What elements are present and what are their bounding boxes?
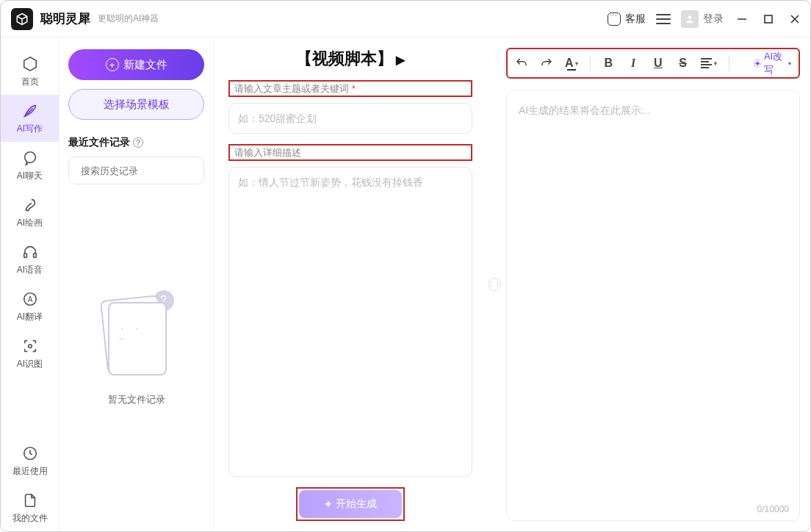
- recent-files-header: 最近文件记录 ?: [68, 136, 204, 149]
- sidebar-item-vision[interactable]: AI识图: [1, 330, 59, 377]
- sidebar-item-label: AI聊天: [17, 170, 43, 182]
- chat-bubble-icon: [608, 12, 621, 26]
- char-counter: 0/10000: [757, 504, 789, 514]
- empty-state: ? ・ ・︶ 暂无文件记录: [68, 184, 204, 520]
- customer-service-label: 客服: [625, 12, 646, 26]
- titlebar: 聪明灵犀 更聪明的AI神器 客服 登录: [1, 1, 810, 37]
- sidebar-item-recent[interactable]: 最近使用: [1, 437, 59, 484]
- page-title: 【视频脚本】: [296, 49, 393, 68]
- clock-icon: [21, 445, 39, 462]
- new-file-label: 新建文件: [123, 58, 167, 72]
- sidebar-item-label: 我的文件: [12, 512, 48, 525]
- sidebar-item-label: AI写作: [17, 123, 43, 135]
- empty-illustration: ? ・ ・︶: [104, 298, 170, 378]
- maximize-button[interactable]: [763, 14, 774, 24]
- customer-service-button[interactable]: 客服: [608, 12, 646, 26]
- sidebar-item-label: AI识图: [17, 358, 43, 370]
- italic-button[interactable]: I: [627, 55, 640, 71]
- toolbar-divider: [590, 55, 591, 71]
- menu-button[interactable]: [656, 11, 671, 27]
- feather-icon: [21, 102, 39, 120]
- sidebar-item-label: AI绘画: [17, 217, 43, 229]
- topic-label: 请输入文章主题或者关键词: [234, 83, 349, 94]
- main-panel: 【视频脚本】▶ 请输入文章主题或者关键词 * 请输入详细描述 ✦ 开始生成: [214, 37, 487, 531]
- left-panel: + 新建文件 选择场景模板 最近文件记录 ? ? ・ ・︶ 暂无文件记录: [60, 37, 214, 531]
- app-logo: [11, 8, 33, 30]
- svg-rect-4: [765, 15, 772, 23]
- brush-icon: [21, 196, 39, 214]
- sidebar-item-label: 首页: [21, 76, 39, 88]
- plus-circle-icon: +: [106, 58, 119, 71]
- sidebar-item-draw[interactable]: AI绘画: [1, 189, 59, 236]
- login-button[interactable]: 登录: [681, 10, 724, 28]
- svg-rect-10: [24, 253, 26, 257]
- recent-files-label: 最近文件记录: [68, 136, 130, 149]
- svg-rect-11: [33, 253, 36, 257]
- headphones-icon: [21, 243, 39, 261]
- editor-toolbar: A▾ B I U S ▾ ✦ AI改写 ▾: [506, 48, 800, 79]
- right-panel: A▾ B I U S ▾ ✦ AI改写 ▾ AI生成的结果将会在此展示... 0…: [502, 37, 810, 531]
- help-icon[interactable]: ?: [133, 137, 143, 148]
- choose-template-button[interactable]: 选择场景模板: [68, 89, 204, 120]
- translate-icon: A: [21, 290, 39, 308]
- sidebar-item-translate[interactable]: A AI翻译: [1, 283, 59, 330]
- choose-template-label: 选择场景模板: [104, 98, 170, 112]
- svg-point-2: [688, 15, 692, 19]
- result-area[interactable]: AI生成的结果将会在此展示... 0/10000: [506, 90, 800, 521]
- topic-input[interactable]: [228, 103, 472, 134]
- minimize-button[interactable]: [737, 14, 747, 24]
- bold-button[interactable]: B: [602, 55, 616, 71]
- avatar-icon: [681, 10, 699, 28]
- svg-text:A: A: [27, 295, 32, 303]
- toolbar-divider: [729, 55, 729, 71]
- hexagon-icon: [21, 55, 39, 73]
- file-icon: [21, 492, 39, 509]
- highlight-generate: ✦ 开始生成: [296, 487, 405, 521]
- strikethrough-button[interactable]: S: [677, 55, 690, 71]
- app-subtitle: 更聪明的AI神器: [98, 12, 159, 25]
- drag-dots-icon: ⋮⋮: [488, 278, 501, 291]
- generate-label: 开始生成: [336, 497, 377, 511]
- chat-icon: [21, 149, 39, 167]
- play-icon[interactable]: ▶: [396, 54, 405, 66]
- highlight-label2: 请输入详细描述: [228, 144, 472, 161]
- sidebar-item-label: AI翻译: [17, 311, 43, 323]
- empty-text: 暂无文件记录: [108, 393, 165, 406]
- page-title-row: 【视频脚本】▶: [228, 48, 472, 70]
- sparkle-icon: ✦: [324, 498, 333, 510]
- close-button[interactable]: [790, 14, 800, 24]
- window-controls: [737, 14, 800, 24]
- sidebar-item-writing[interactable]: AI写作: [1, 95, 59, 142]
- result-placeholder: AI生成的结果将会在此展示...: [519, 104, 650, 116]
- scan-icon: [21, 337, 39, 355]
- panel-resize-handle[interactable]: ⋮⋮: [487, 37, 502, 531]
- redo-button[interactable]: [540, 55, 553, 71]
- svg-point-9: [24, 151, 35, 162]
- highlight-label1: 请输入文章主题或者关键词 *: [228, 80, 472, 97]
- sidebar-item-label: 最近使用: [12, 465, 48, 478]
- sidebar-item-myfiles[interactable]: 我的文件: [1, 484, 59, 531]
- detail-label: 请输入详细描述: [234, 147, 301, 158]
- text-color-button[interactable]: A▾: [565, 55, 578, 71]
- sidebar-item-home[interactable]: 首页: [1, 48, 59, 95]
- app-title: 聪明灵犀: [40, 10, 90, 27]
- search-history-box[interactable]: [68, 157, 204, 184]
- login-label: 登录: [703, 12, 724, 26]
- ai-rewrite-button[interactable]: ✦ AI改写 ▾: [753, 50, 791, 76]
- sidebar-item-label: AI语音: [17, 264, 43, 276]
- svg-point-14: [28, 344, 32, 348]
- svg-marker-7: [24, 57, 36, 70]
- search-input[interactable]: [81, 165, 204, 176]
- underline-button[interactable]: U: [652, 55, 665, 71]
- align-button[interactable]: ▾: [701, 55, 717, 71]
- detail-textarea[interactable]: [228, 167, 472, 477]
- undo-button[interactable]: [515, 55, 528, 71]
- required-mark: *: [352, 83, 356, 94]
- sidebar-item-voice[interactable]: AI语音: [1, 236, 59, 283]
- sidebar: 首页 AI写作 AI聊天 AI绘画 AI语音 A AI翻译 AI识图: [1, 37, 60, 531]
- generate-button[interactable]: ✦ 开始生成: [299, 490, 402, 518]
- new-file-button[interactable]: + 新建文件: [68, 49, 204, 80]
- ai-sparkle-icon: ✦: [753, 58, 761, 68]
- sidebar-item-chat[interactable]: AI聊天: [1, 142, 59, 189]
- ai-rewrite-label: AI改写: [764, 50, 785, 76]
